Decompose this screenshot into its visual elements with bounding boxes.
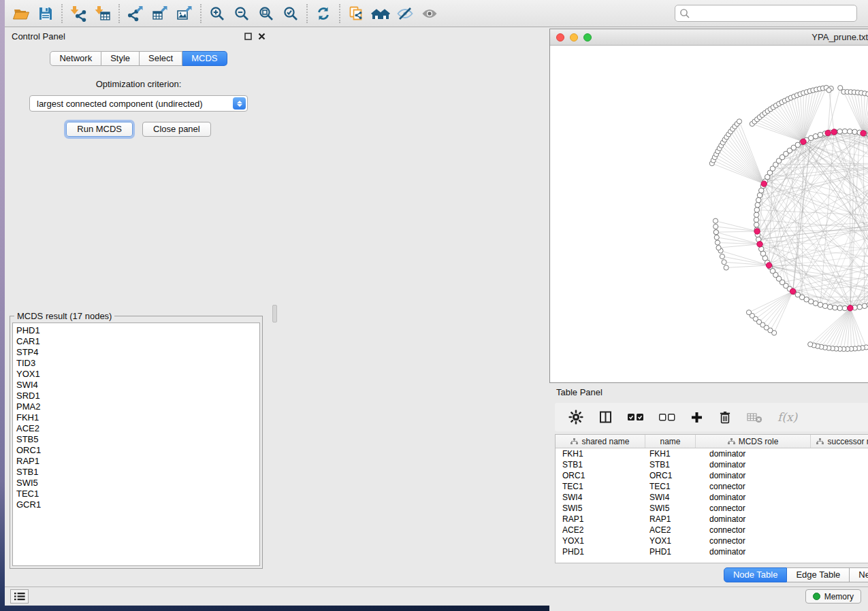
- cell-shared-name[interactable]: SWI4: [556, 492, 645, 503]
- first-neighbors-icon[interactable]: [368, 3, 393, 24]
- table-row[interactable]: FKH1FKH1dominator962: [556, 448, 868, 459]
- mcds-result-node[interactable]: TEC1: [16, 489, 259, 499]
- mcds-result-node[interactable]: CAR1: [16, 336, 259, 347]
- cell-MCDS-role[interactable]: dominator: [696, 470, 811, 481]
- mcds-result-node[interactable]: ACE2: [16, 423, 259, 434]
- cell-MCDS-role[interactable]: dominator: [696, 448, 811, 459]
- mcds-result-node[interactable]: STB1: [16, 467, 259, 478]
- mcds-result-node[interactable]: SRD1: [16, 391, 259, 401]
- cell-shared-name[interactable]: RAP1: [556, 514, 645, 525]
- mcds-result-node[interactable]: RAP1: [16, 456, 259, 467]
- cell-name[interactable]: TEC1: [645, 481, 696, 492]
- close-panel-icon[interactable]: [258, 33, 266, 40]
- tab-style[interactable]: Style: [101, 51, 140, 66]
- export-table-icon[interactable]: [148, 3, 172, 24]
- duplicate-network-icon[interactable]: [344, 3, 368, 24]
- table-row[interactable]: SWI4SWI4dominator462: [556, 492, 868, 503]
- mcds-result-node[interactable]: PHD1: [16, 325, 259, 336]
- open-session-icon[interactable]: [9, 3, 33, 24]
- close-panel-button[interactable]: Close panel: [142, 122, 211, 137]
- mcds-result-node[interactable]: STP4: [16, 347, 259, 358]
- cell-MCDS-role[interactable]: dominator: [696, 459, 811, 470]
- export-image-icon[interactable]: [172, 3, 197, 24]
- cell-successor-nodes[interactable]: 31: [811, 525, 868, 535]
- dropdown-stepper-icon[interactable]: [233, 97, 246, 110]
- network-window-titlebar[interactable]: YPA_prune.txt_1: [550, 29, 868, 46]
- table-row[interactable]: PHD1PHD1dominator180: [556, 546, 868, 557]
- mcds-result-node[interactable]: SWI5: [16, 478, 259, 489]
- hide-details-icon[interactable]: [393, 3, 417, 24]
- save-session-icon[interactable]: [33, 3, 58, 24]
- task-history-button[interactable]: [10, 589, 29, 604]
- panel-splitter[interactable]: [272, 27, 277, 587]
- splitter-grip[interactable]: [272, 305, 277, 323]
- add-column-icon[interactable]: [690, 411, 703, 424]
- cell-name[interactable]: YOX1: [645, 535, 696, 546]
- export-network-icon[interactable]: [123, 3, 148, 24]
- network-canvas[interactable]: [550, 46, 868, 382]
- table-row[interactable]: SWI5SWI5connector431: [556, 503, 868, 514]
- cell-shared-name[interactable]: FKH1: [556, 448, 645, 459]
- cell-name[interactable]: SWI5: [645, 503, 696, 514]
- run-mcds-button[interactable]: Run MCDS: [66, 122, 133, 137]
- table-row[interactable]: RAP1RAP1dominator352: [556, 514, 868, 525]
- node-table[interactable]: shared namenameMCDS rolesuccessor nodesp…: [555, 434, 868, 563]
- cell-MCDS-role[interactable]: dominator: [696, 546, 811, 557]
- mcds-result-node[interactable]: TID3: [16, 358, 259, 369]
- cell-MCDS-role[interactable]: connector: [696, 503, 811, 514]
- column-header-name[interactable]: name: [645, 435, 696, 448]
- mcds-result-list[interactable]: PHD1CAR1STP4TID3YOX1SWI4SRD1PMA2FKH1ACE2…: [12, 323, 260, 566]
- cell-MCDS-role[interactable]: dominator: [696, 514, 811, 525]
- cell-name[interactable]: STB1: [645, 459, 696, 470]
- table-row[interactable]: YOX1YOX1connector291: [556, 535, 868, 546]
- show-columns-icon[interactable]: [598, 410, 613, 424]
- cell-name[interactable]: SWI4: [645, 492, 696, 503]
- delete-column-icon[interactable]: [718, 410, 732, 425]
- cell-name[interactable]: ACE2: [645, 525, 696, 535]
- table-row[interactable]: ACE2ACE2connector311: [556, 525, 868, 535]
- tab-network[interactable]: Network: [50, 51, 101, 66]
- cell-shared-name[interactable]: YOX1: [556, 535, 645, 546]
- show-details-icon[interactable]: [417, 3, 442, 24]
- table-options-icon[interactable]: [568, 410, 583, 425]
- table-row[interactable]: STB1STB1dominator620: [556, 459, 868, 470]
- cell-MCDS-role[interactable]: connector: [696, 535, 811, 546]
- cell-shared-name[interactable]: PHD1: [556, 546, 645, 557]
- mcds-result-node[interactable]: YOX1: [16, 369, 259, 380]
- cell-shared-name[interactable]: ACE2: [556, 525, 645, 535]
- cell-successor-nodes[interactable]: 96: [811, 448, 868, 459]
- cell-shared-name[interactable]: STB1: [556, 459, 645, 470]
- import-network-icon[interactable]: [66, 3, 91, 24]
- zoom-in-icon[interactable]: [205, 3, 229, 24]
- cell-successor-nodes[interactable]: 43: [811, 503, 868, 514]
- cell-shared-name[interactable]: TEC1: [556, 481, 645, 492]
- cell-successor-nodes[interactable]: 62: [811, 459, 868, 470]
- refresh-view-icon[interactable]: [311, 3, 336, 24]
- cell-successor-nodes[interactable]: 29: [811, 535, 868, 546]
- column-header-shared-name[interactable]: shared name: [556, 435, 645, 448]
- cell-name[interactable]: RAP1: [645, 514, 696, 525]
- table-tab-network-table[interactable]: Network Table: [850, 567, 868, 582]
- cell-shared-name[interactable]: SWI5: [556, 503, 645, 514]
- mcds-result-node[interactable]: FKH1: [16, 412, 259, 423]
- cell-name[interactable]: PHD1: [645, 546, 696, 557]
- table-tab-edge-table[interactable]: Edge Table: [787, 567, 850, 582]
- mcds-result-node[interactable]: STB5: [16, 434, 259, 445]
- tab-select[interactable]: Select: [140, 51, 182, 66]
- table-row[interactable]: ORC1ORC1dominator610: [556, 470, 868, 481]
- cell-name[interactable]: ORC1: [645, 470, 696, 481]
- cell-shared-name[interactable]: ORC1: [556, 470, 645, 481]
- cell-name[interactable]: FKH1: [645, 448, 696, 459]
- memory-button[interactable]: Memory: [805, 589, 861, 604]
- zoom-selected-icon[interactable]: [278, 3, 303, 24]
- mcds-result-node[interactable]: SWI4: [16, 380, 259, 391]
- tab-mcds[interactable]: MCDS: [182, 51, 227, 66]
- mcds-result-node[interactable]: GCR1: [16, 499, 259, 510]
- cell-successor-nodes[interactable]: 46: [811, 492, 868, 503]
- cell-successor-nodes[interactable]: 47: [811, 481, 868, 492]
- float-panel-icon[interactable]: [244, 33, 252, 40]
- cell-MCDS-role[interactable]: dominator: [696, 492, 811, 503]
- mcds-result-node[interactable]: ORC1: [16, 445, 259, 456]
- cell-successor-nodes[interactable]: 61: [811, 470, 868, 481]
- search-input[interactable]: [690, 8, 852, 18]
